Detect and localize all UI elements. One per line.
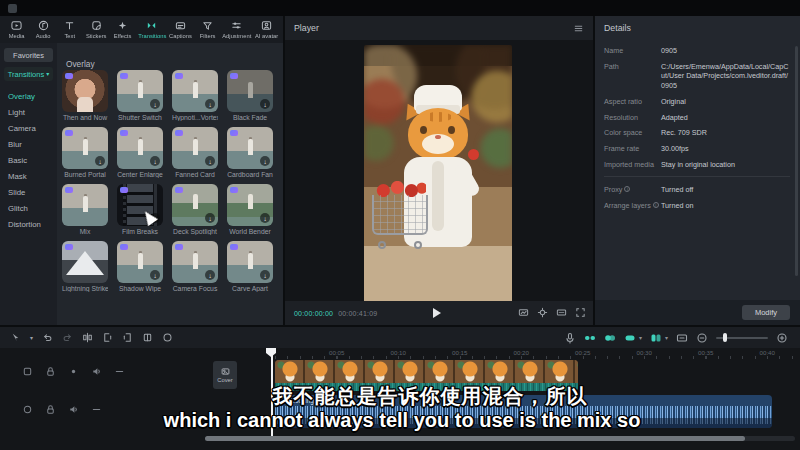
transition-thumbnail[interactable]: ↓ <box>172 127 218 169</box>
sidebar-category-item[interactable]: Light <box>0 105 57 121</box>
transition-item[interactable]: ↓ Camera Focus <box>172 241 218 292</box>
transition-item[interactable]: ↓ Carve Apart <box>227 241 273 292</box>
freeze-frame-icon[interactable] <box>142 332 153 343</box>
transition-thumbnail[interactable]: ↓ <box>62 127 108 169</box>
delete-right-icon[interactable] <box>122 332 133 343</box>
tab-effects[interactable]: Effects <box>110 20 136 39</box>
transition-item[interactable]: ↓ Fanned Card <box>172 127 218 178</box>
ratio-icon[interactable] <box>556 307 567 318</box>
collapse-track-icon[interactable] <box>114 366 125 377</box>
transition-item[interactable]: ↓ Mix <box>62 184 108 235</box>
download-icon[interactable]: ↓ <box>205 213 215 223</box>
hide-track-icon[interactable] <box>68 366 79 377</box>
player-menu-icon[interactable] <box>573 23 584 34</box>
tab-text[interactable]: Text <box>57 20 83 39</box>
transition-item[interactable]: ↓ Cardboard Fan <box>227 127 273 178</box>
zoom-out-icon[interactable] <box>696 332 708 344</box>
track-target-icon[interactable] <box>22 366 33 377</box>
transition-item[interactable]: ↓ Deck Spotlight <box>172 184 218 235</box>
select-tool-icon[interactable] <box>10 332 21 343</box>
download-icon[interactable]: ↓ <box>95 156 105 166</box>
timeline-view-icon[interactable] <box>676 332 688 344</box>
tab-media[interactable]: Media <box>4 20 30 39</box>
timeline-zoom-slider[interactable] <box>716 337 768 339</box>
tab-audio[interactable]: Audio <box>31 20 57 39</box>
transition-thumbnail[interactable]: ↓ <box>172 241 218 283</box>
transition-item[interactable]: ↓ Lightning Strike <box>62 241 108 292</box>
transition-thumbnail[interactable]: ↓ <box>227 70 273 112</box>
main-track-magnet-icon[interactable] <box>584 332 596 344</box>
sidebar-category-item[interactable]: Mask <box>0 169 57 185</box>
download-icon[interactable]: ↓ <box>150 156 160 166</box>
tab-ai-avatar[interactable]: AI avatar <box>254 20 280 39</box>
linkage-icon[interactable] <box>624 332 636 344</box>
download-icon[interactable]: ↓ <box>150 99 160 109</box>
download-icon[interactable]: ↓ <box>260 213 270 223</box>
chevron-down-icon[interactable]: ▾ <box>665 335 668 341</box>
auto-snap-icon[interactable] <box>604 332 616 344</box>
video-preview[interactable] <box>364 45 512 303</box>
split-icon[interactable] <box>82 332 93 343</box>
download-icon[interactable]: ↓ <box>150 270 160 280</box>
modify-button[interactable]: Modify <box>742 305 790 320</box>
preview-focus-icon[interactable] <box>537 307 548 318</box>
chevron-down-icon[interactable]: ▾ <box>639 335 642 341</box>
zoom-in-icon[interactable] <box>776 332 788 344</box>
transition-item[interactable]: ↓ Then and Now <box>62 70 108 121</box>
zoom-slider-handle[interactable] <box>723 333 727 342</box>
sidebar-category-item[interactable]: Glitch <box>0 201 57 217</box>
lock-icon[interactable] <box>45 404 56 415</box>
download-icon[interactable]: ↓ <box>205 99 215 109</box>
fullscreen-icon[interactable] <box>575 307 586 318</box>
tab-adjustment[interactable]: Adjustment <box>221 20 253 39</box>
sidebar-category-item[interactable]: Camera <box>0 121 57 137</box>
favorites-button[interactable]: Favorites <box>4 48 53 62</box>
download-icon[interactable]: ↓ <box>260 99 270 109</box>
download-icon[interactable]: ↓ <box>260 270 270 280</box>
transition-thumbnail[interactable]: ↓ <box>117 241 163 283</box>
download-icon[interactable]: ↓ <box>205 156 215 166</box>
transition-thumbnail[interactable]: ↓ <box>62 70 108 112</box>
tab-stickers[interactable]: Stickers <box>84 20 110 39</box>
redo-icon[interactable] <box>62 332 73 343</box>
transition-thumbnail[interactable]: ↓ <box>227 241 273 283</box>
timeline-scrollbar-thumb[interactable] <box>205 436 745 441</box>
cover-button[interactable]: Cover <box>213 361 237 389</box>
transition-item[interactable]: ↓ Burned Portal <box>62 127 108 178</box>
sidebar-category-item[interactable]: Basic <box>0 153 57 169</box>
undo-icon[interactable] <box>42 332 53 343</box>
transition-item[interactable]: ↓ Shutter Switch <box>117 70 163 121</box>
sidebar-category-item[interactable]: Overlay <box>0 89 57 105</box>
collapse-track-icon[interactable] <box>91 404 102 415</box>
info-icon[interactable]: i <box>624 186 630 192</box>
record-icon[interactable] <box>162 332 173 343</box>
mute-icon[interactable] <box>91 366 102 377</box>
tab-filters[interactable]: Filters <box>195 20 221 39</box>
transition-thumbnail[interactable]: ↓ <box>117 184 163 226</box>
sidebar-category-item[interactable]: Blur <box>0 137 57 153</box>
download-icon[interactable]: ↓ <box>205 270 215 280</box>
play-button[interactable] <box>433 308 441 318</box>
transition-item[interactable]: ↓ Shadow Wipe <box>117 241 163 292</box>
lock-icon[interactable] <box>45 366 56 377</box>
transition-thumbnail[interactable]: ↓ <box>117 127 163 169</box>
render-quality-icon[interactable] <box>518 307 529 318</box>
timeline-ruler[interactable]: 00:0500:1000:1500:2000:2500:3000:3500:40 <box>0 348 800 360</box>
transition-item[interactable]: ↓ Black Fade <box>227 70 273 121</box>
mute-icon[interactable] <box>68 404 79 415</box>
tab-captions[interactable]: Captions <box>168 20 194 39</box>
timeline-scrollbar[interactable] <box>205 436 795 441</box>
sidebar-category-item[interactable]: Distortion <box>0 217 57 233</box>
transitions-category-button[interactable]: Transitions ▾ <box>4 67 53 81</box>
transition-thumbnail[interactable]: ↓ <box>62 184 108 226</box>
tab-transitions[interactable]: Transitions <box>137 20 168 39</box>
sidebar-category-item[interactable]: Slide <box>0 185 57 201</box>
delete-left-icon[interactable] <box>102 332 113 343</box>
transition-thumbnail[interactable]: ↓ <box>62 241 108 283</box>
transition-item[interactable]: ↓ Film Breaks <box>117 184 163 235</box>
download-icon[interactable]: ↓ <box>260 156 270 166</box>
transition-thumbnail[interactable]: ↓ <box>172 184 218 226</box>
track-target-icon[interactable] <box>22 404 33 415</box>
transition-thumbnail[interactable]: ↓ <box>172 70 218 112</box>
transition-item[interactable]: ↓ Center Enlarge <box>117 127 163 178</box>
